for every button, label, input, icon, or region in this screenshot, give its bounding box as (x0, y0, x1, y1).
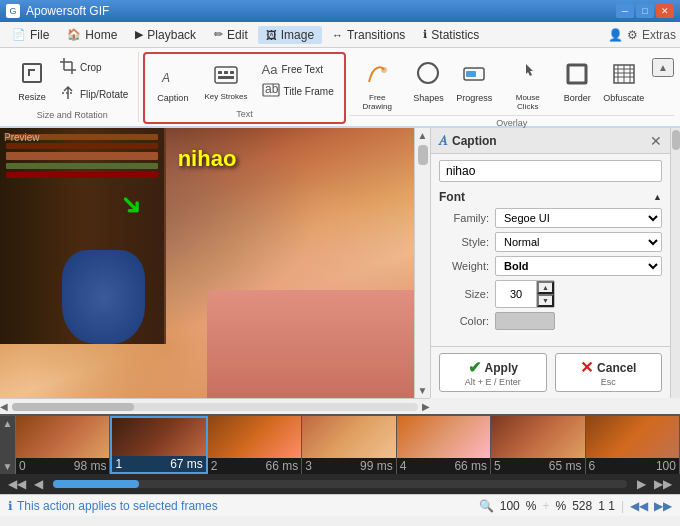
menu-transitions[interactable]: ↔ Transitions (324, 26, 413, 44)
menu-home[interactable]: 🏠 Home (59, 26, 125, 44)
text-group-label: Text (236, 109, 253, 121)
scroll-down-arrow[interactable]: ▼ (416, 383, 430, 398)
ribbon-group-size-rotation: Resize Crop (6, 52, 139, 122)
scroll-left-button[interactable]: ◀ (0, 401, 8, 412)
menu-edit[interactable]: ✏ Edit (206, 26, 256, 44)
status-bar: ℹ This action applies to selected frames… (0, 494, 680, 516)
font-section-collapse[interactable]: ▲ (653, 192, 662, 202)
svg-rect-0 (23, 64, 41, 82)
svg-text:ab: ab (265, 83, 279, 96)
shapes-icon (415, 60, 441, 91)
main-content-area: Preview nihao ➜ ▲ ▼ (0, 128, 680, 398)
style-select[interactable]: Normal Italic Oblique (495, 232, 662, 252)
overlay-collapse-button[interactable]: ▲ (652, 58, 674, 77)
text-items: A Caption Key Strokes (151, 56, 337, 107)
mouse-clicks-icon (515, 60, 541, 91)
extras-label: Extras (642, 28, 676, 42)
free-text-button[interactable]: Aa Free Text (258, 60, 338, 79)
close-button[interactable]: ✕ (656, 4, 674, 18)
frame-2[interactable]: 266 ms (208, 416, 302, 474)
preview-scrollbar-h[interactable]: ◀ ▶ (0, 398, 430, 414)
nav-left-icon[interactable]: ◀◀ (630, 499, 648, 513)
nav-prev-button[interactable]: ◀ (30, 477, 47, 491)
status-info-icon: ℹ (8, 499, 13, 513)
svg-rect-10 (218, 76, 234, 79)
family-select[interactable]: Segoe UI Arial Times New Roman (495, 208, 662, 228)
progress-label: Progress (456, 93, 492, 103)
frame-4[interactable]: 466 ms (397, 416, 491, 474)
frame-3[interactable]: 399 ms (302, 416, 396, 474)
caption-panel-scrollbar[interactable] (670, 128, 680, 398)
color-swatch[interactable] (495, 312, 555, 330)
apply-shortcut: Alt + E / Enter (465, 377, 521, 387)
flip-rotate-icon (60, 85, 76, 104)
flip-rotate-button[interactable]: Flip/Rotate (56, 83, 132, 106)
zoom-percent: % (526, 499, 537, 513)
border-button[interactable]: Border (559, 56, 595, 107)
scroll-right-button[interactable]: ▶ (422, 401, 430, 412)
edit-icon: ✏ (214, 28, 223, 41)
timeline-scroll-v[interactable]: ▲ ▼ (0, 416, 16, 474)
color-label: Color: (439, 315, 489, 327)
cancel-button[interactable]: ✕ Cancel Esc (555, 353, 663, 392)
title-frame-button[interactable]: ab Title Frame (258, 81, 338, 102)
statistics-icon: ℹ (423, 28, 427, 41)
apply-button[interactable]: ✔ Apply Alt + E / Enter (439, 353, 547, 392)
size-input[interactable] (496, 286, 536, 302)
progress-icon (461, 60, 487, 91)
frame-0[interactable]: 098 ms (16, 416, 110, 474)
nav-next-button[interactable]: ▶ (633, 477, 650, 491)
progress-button[interactable]: Progress (452, 56, 496, 107)
size-label: Size: (439, 288, 489, 300)
minimize-button[interactable]: ─ (616, 4, 634, 18)
frame-6[interactable]: 6100 (586, 416, 680, 474)
maximize-button[interactable]: □ (636, 4, 654, 18)
menu-playback[interactable]: ▶ Playback (127, 26, 204, 44)
scroll-up-arrow[interactable]: ▲ (416, 128, 430, 143)
size-input-wrap: ▲ ▼ (495, 280, 555, 308)
font-section-title: Font ▲ (439, 190, 662, 204)
size-rotation-group-label: Size and Rotation (37, 110, 108, 122)
svg-rect-17 (568, 65, 586, 83)
family-row: Family: Segoe UI Arial Times New Roman (439, 208, 662, 228)
frame-1[interactable]: 167 ms (110, 416, 207, 474)
key-strokes-label: Key Strokes (204, 92, 247, 101)
weight-select[interactable]: Bold Regular Light (495, 256, 662, 276)
app-icon: G (6, 4, 20, 18)
size-down-button[interactable]: ▼ (537, 294, 554, 307)
frame-5[interactable]: 565 ms (491, 416, 585, 474)
caption-body: Font ▲ Family: Segoe UI Arial Times New … (431, 154, 670, 346)
key-strokes-button[interactable]: Key Strokes (198, 56, 253, 107)
timeline-scrubber[interactable] (53, 480, 627, 488)
obfuscate-button[interactable]: Obfuscate (599, 56, 648, 107)
shapes-button[interactable]: Shapes (409, 56, 448, 107)
menu-file[interactable]: 📄 File (4, 26, 57, 44)
svg-rect-7 (218, 71, 222, 74)
caption-close-button[interactable]: ✕ (650, 133, 662, 149)
nav-go-icon[interactable]: ▶▶ (654, 499, 672, 513)
preview-scrollbar-v[interactable]: ▲ ▼ (414, 128, 430, 398)
bottom-nav: ◀◀ ◀ ▶ ▶▶ (0, 474, 680, 494)
timeline-area: ▲ ▼ 098 ms 167 ms 266 ms 3 (0, 414, 680, 474)
status-text: This action applies to selected frames (17, 499, 218, 513)
caption-button[interactable]: A Caption (151, 56, 194, 107)
flip-label: Flip/Rotate (80, 89, 128, 100)
nav-prev-prev-button[interactable]: ◀◀ (4, 477, 30, 491)
size-up-button[interactable]: ▲ (537, 281, 554, 294)
status-info: ℹ This action applies to selected frames (8, 499, 471, 513)
menu-image[interactable]: 🖼 Image (258, 26, 322, 44)
nav-next-next-button[interactable]: ▶▶ (650, 477, 676, 491)
coords-unit: 1 1 (598, 499, 615, 513)
caption-text-input[interactable] (439, 160, 662, 182)
svg-point-14 (418, 63, 438, 83)
crop-label: Crop (80, 62, 102, 73)
crop-button[interactable]: Crop (56, 56, 132, 79)
app-title: Apowersoft GIF (26, 4, 109, 18)
menu-statistics[interactable]: ℹ Statistics (415, 26, 487, 44)
mouse-clicks-button[interactable]: Mouse Clicks (500, 56, 555, 115)
image-icon: 🖼 (266, 29, 277, 41)
separator-2: | (621, 499, 624, 513)
zoom-value: 100 (500, 499, 520, 513)
free-drawing-button[interactable]: Free Drawing (350, 56, 405, 115)
resize-button[interactable]: Resize (12, 52, 52, 110)
